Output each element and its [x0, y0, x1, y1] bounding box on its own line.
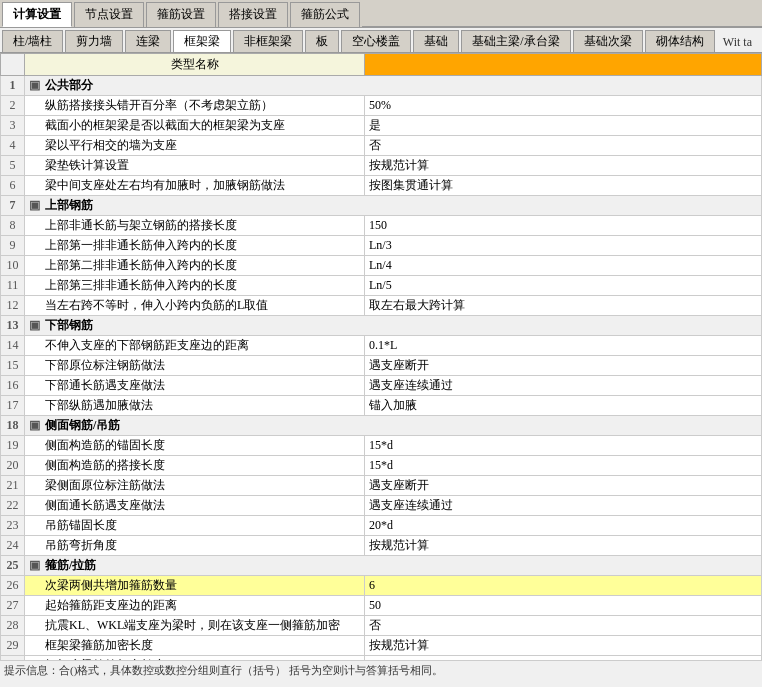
- row-name: 吊筋锚固长度: [25, 516, 365, 536]
- table-row: 11 上部第三排非通长筋伸入跨内的长度 Ln/5: [1, 276, 762, 296]
- section-collapse-icon[interactable]: ▣: [29, 318, 40, 332]
- row-num: 7: [1, 196, 25, 216]
- row-value[interactable]: 15*d: [365, 436, 762, 456]
- table-row: 4 梁以平行相交的墙为支座 否: [1, 136, 762, 156]
- row-num: 22: [1, 496, 25, 516]
- table-row: 18 ▣ 侧面钢筋/吊筋: [1, 416, 762, 436]
- table-row: 23 吊筋锚固长度 20*d: [1, 516, 762, 536]
- table-row: 26 次梁两侧共增加箍筋数量 6: [1, 576, 762, 596]
- row-name: 上部非通长筋与架立钢筋的搭接长度: [25, 216, 365, 236]
- tab-node-settings[interactable]: 节点设置: [74, 2, 144, 27]
- row-num: 13: [1, 316, 25, 336]
- row-num: 20: [1, 456, 25, 476]
- section-name: ▣ 公共部分: [25, 76, 762, 96]
- sub-tab-hollow-floor[interactable]: 空心楼盖: [341, 30, 411, 52]
- table-row: 24 吊筋弯折角度 按规范计算: [1, 536, 762, 556]
- row-name: 上部第一排非通长筋伸入跨内的长度: [25, 236, 365, 256]
- settings-table: 类型名称 1 ▣ 公共部分 2 纵筋搭接接头错开百分率（不考虑架立筋） 50% …: [0, 53, 762, 660]
- row-num: 3: [1, 116, 25, 136]
- row-value[interactable]: 锚入加腋: [365, 396, 762, 416]
- row-num: 19: [1, 436, 25, 456]
- row-value[interactable]: 遇支座连续通过: [365, 496, 762, 516]
- table-row: 16 下部通长筋遇支座做法 遇支座连续通过: [1, 376, 762, 396]
- row-name: 下部原位标注钢筋做法: [25, 356, 365, 376]
- row-num: 12: [1, 296, 25, 316]
- table-row: 7 ▣ 上部钢筋: [1, 196, 762, 216]
- section-name: ▣ 侧面钢筋/吊筋: [25, 416, 762, 436]
- sub-tab-masonry[interactable]: 砌体结构: [645, 30, 715, 52]
- row-num: 23: [1, 516, 25, 536]
- row-name: 次梁两侧共增加箍筋数量: [25, 576, 365, 596]
- table-row: 29 框架梁箍筋加密长度 按规范计算: [1, 636, 762, 656]
- row-value[interactable]: 否: [365, 136, 762, 156]
- row-value[interactable]: 按规范计算: [365, 636, 762, 656]
- sub-tab-shear-wall[interactable]: 剪力墙: [65, 30, 123, 52]
- sub-tab-coupling-beam[interactable]: 连梁: [125, 30, 171, 52]
- row-num: 15: [1, 356, 25, 376]
- row-value[interactable]: 遇支座断开: [365, 356, 762, 376]
- section-collapse-icon[interactable]: ▣: [29, 198, 40, 212]
- section-collapse-icon[interactable]: ▣: [29, 558, 40, 572]
- sub-tab-non-frame-beam[interactable]: 非框架梁: [233, 30, 303, 52]
- row-value[interactable]: 按规范计算: [365, 156, 762, 176]
- section-name: ▣ 上部钢筋: [25, 196, 762, 216]
- col-header-num: [1, 54, 25, 76]
- row-value[interactable]: 15*d: [365, 456, 762, 476]
- row-num: 14: [1, 336, 25, 356]
- table-row: 9 上部第一排非通长筋伸入跨内的长度 Ln/3: [1, 236, 762, 256]
- tab-stirrup-settings[interactable]: 箍筋设置: [146, 2, 216, 27]
- table-row: 6 梁中间支座处左右均有加腋时，加腋钢筋做法 按图集贯通计算: [1, 176, 762, 196]
- sub-tab-foundation-secondary-beam[interactable]: 基础次梁: [573, 30, 643, 52]
- row-num: 24: [1, 536, 25, 556]
- sub-tab-foundation-main-beam[interactable]: 基础主梁/承台梁: [461, 30, 570, 52]
- tab-lap-settings[interactable]: 搭接设置: [218, 2, 288, 27]
- row-num: 2: [1, 96, 25, 116]
- row-value[interactable]: 20*d: [365, 516, 762, 536]
- table-row: 12 当左右跨不等时，伸入小跨内负筋的L取值 取左右最大跨计算: [1, 296, 762, 316]
- row-value[interactable]: 遇支座连续通过: [365, 376, 762, 396]
- row-value[interactable]: 否: [365, 616, 762, 636]
- footer-note: 提示信息：合()格式，具体数控或数控分组则直行（括号） 括号为空则计与答算括号相…: [0, 660, 762, 680]
- row-name: 梁侧面原位标注筋做法: [25, 476, 365, 496]
- sub-tab-column[interactable]: 柱/墙柱: [2, 30, 63, 52]
- top-tab-bar: 计算设置 节点设置 箍筋设置 搭接设置 箍筋公式 Wit ta: [0, 0, 762, 28]
- row-value[interactable]: Ln/5: [365, 276, 762, 296]
- table-row: 20 侧面构造筋的搭接长度 15*d: [1, 456, 762, 476]
- row-value[interactable]: 150: [365, 216, 762, 236]
- corner-text-label: Wit ta: [723, 35, 752, 50]
- row-value[interactable]: 0.1*L: [365, 336, 762, 356]
- tab-calculate-settings[interactable]: 计算设置: [2, 2, 72, 27]
- row-name: 上部第三排非通长筋伸入跨内的长度: [25, 276, 365, 296]
- table-row: 25 ▣ 箍筋/拉筋: [1, 556, 762, 576]
- row-value[interactable]: 按规范计算: [365, 536, 762, 556]
- sub-tab-frame-beam[interactable]: 框架梁: [173, 30, 231, 52]
- row-value[interactable]: 遇支座断开: [365, 476, 762, 496]
- row-num: 16: [1, 376, 25, 396]
- row-num: 29: [1, 636, 25, 656]
- row-value[interactable]: 是: [365, 116, 762, 136]
- row-value[interactable]: 按图集贯通计算: [365, 176, 762, 196]
- row-num: 4: [1, 136, 25, 156]
- row-name: 侧面构造筋的搭接长度: [25, 456, 365, 476]
- table-row: 5 梁垫铁计算设置 按规范计算: [1, 156, 762, 176]
- row-name: 梁中间支座处左右均有加腋时，加腋钢筋做法: [25, 176, 365, 196]
- row-name: 侧面构造筋的锚固长度: [25, 436, 365, 456]
- row-value[interactable]: 50: [365, 596, 762, 616]
- row-value[interactable]: Ln/3: [365, 236, 762, 256]
- table-row: 8 上部非通长筋与架立钢筋的搭接长度 150: [1, 216, 762, 236]
- row-num: 25: [1, 556, 25, 576]
- sub-tab-foundation[interactable]: 基础: [413, 30, 459, 52]
- table-row: 28 抗震KL、WKL端支座为梁时，则在该支座一侧箍筋加密 否: [1, 616, 762, 636]
- row-value[interactable]: 6: [365, 576, 762, 596]
- row-name: 梁垫铁计算设置: [25, 156, 365, 176]
- row-value[interactable]: Ln/4: [365, 256, 762, 276]
- sub-tab-slab[interactable]: 板: [305, 30, 339, 52]
- section-collapse-icon[interactable]: ▣: [29, 418, 40, 432]
- tab-stirrup-formula[interactable]: 箍筋公式: [290, 2, 360, 27]
- row-value[interactable]: 取左右最大跨计算: [365, 296, 762, 316]
- table-row: 22 侧面通长筋遇支座做法 遇支座连续通过: [1, 496, 762, 516]
- table-row: 19 侧面构造筋的锚固长度 15*d: [1, 436, 762, 456]
- section-collapse-icon[interactable]: ▣: [29, 78, 40, 92]
- row-value[interactable]: 50%: [365, 96, 762, 116]
- row-name: 截面小的框架梁是否以截面大的框架梁为支座: [25, 116, 365, 136]
